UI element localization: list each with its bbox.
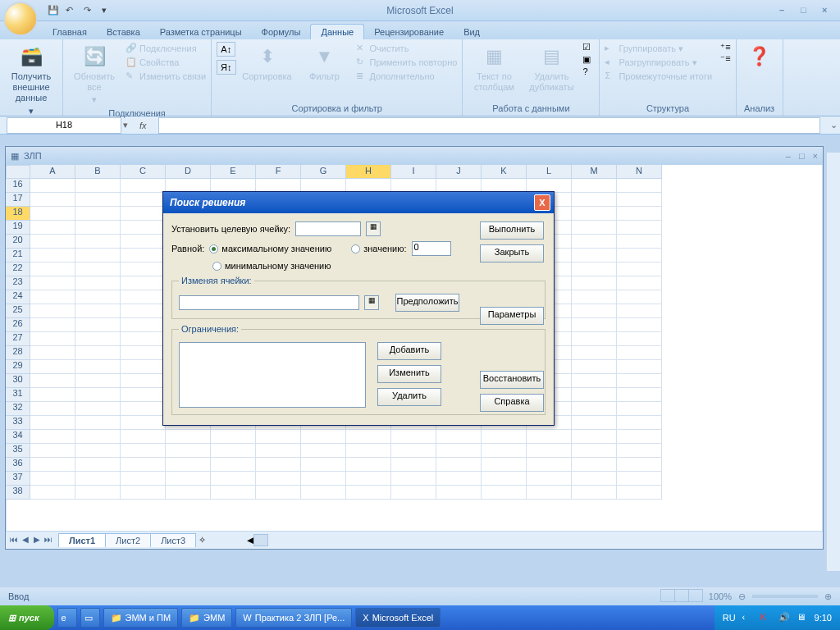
subtotal-button[interactable]: ΣПромежуточные итоги [605,70,712,83]
cell[interactable] [166,458,211,472]
cell[interactable] [256,486,301,500]
help-button[interactable]: Справка [480,394,544,412]
wb-minimize-button[interactable]: – [786,151,791,161]
text-to-columns-button[interactable]: ▦ Текст по столбцам [468,42,520,94]
cell[interactable] [30,444,75,458]
cell[interactable] [75,444,121,458]
cell[interactable] [572,179,617,193]
cell[interactable] [256,444,301,458]
column-header[interactable]: H [346,165,391,179]
cell[interactable] [256,430,301,444]
cell[interactable] [482,486,527,500]
advanced-filter-button[interactable]: ≣Дополнительно [356,70,458,83]
cell[interactable] [617,207,662,221]
cell[interactable] [121,472,166,486]
cell[interactable] [572,276,617,290]
wb-maximize-button[interactable]: □ [799,151,805,161]
solve-button[interactable]: Выполнить [480,221,544,240]
cell[interactable] [30,332,75,346]
row-header[interactable]: 37 [6,472,30,486]
row-header[interactable]: 17 [6,193,30,207]
cell[interactable] [436,458,482,472]
cell[interactable] [166,486,211,500]
namebox-dropdown-icon[interactable]: ▾ [123,120,128,130]
quick-launch-ie[interactable]: e [57,608,77,628]
show-detail-icon[interactable]: ⁺≡ [720,42,730,52]
cell[interactable] [482,444,527,458]
reapply-button[interactable]: ↻Применить повторно [356,56,458,69]
max-radio[interactable]: максимальному значению [209,244,331,253]
remove-duplicates-button[interactable]: ▤ Удалить дубликаты [525,42,578,94]
cell[interactable] [617,276,662,290]
cell[interactable] [572,444,617,458]
cell[interactable] [121,179,166,193]
cell[interactable] [30,402,75,416]
cell[interactable] [617,388,662,402]
cell[interactable] [572,207,617,221]
row-header[interactable]: 21 [6,249,30,262]
cell[interactable] [30,304,75,318]
cell[interactable] [121,249,166,262]
cell[interactable] [211,486,256,500]
filter-button[interactable]: ▼ Фильтр [299,42,351,84]
cell[interactable] [121,402,166,416]
cell[interactable] [75,430,121,444]
tab-insert[interactable]: Вставка [97,25,150,39]
start-button[interactable]: ⊞ пуск [0,605,54,630]
hide-detail-icon[interactable]: ⁻≡ [720,53,730,64]
cell[interactable] [572,430,617,444]
cell[interactable] [30,318,75,332]
cell[interactable] [166,472,211,486]
page-break-view-icon[interactable] [688,589,703,602]
cell[interactable] [617,235,662,249]
value-radio[interactable]: значению: [351,244,406,253]
undo-icon[interactable]: ↶ [66,5,77,16]
cell[interactable] [121,262,166,276]
horizontal-scrollbar[interactable]: ◀ [247,533,823,547]
cell[interactable] [75,472,121,486]
row-header[interactable]: 22 [6,262,30,276]
cell[interactable] [617,304,662,318]
column-header[interactable]: A [30,165,75,179]
column-header[interactable]: G [301,165,346,179]
cell[interactable] [572,332,617,346]
cell[interactable] [572,221,617,235]
sort-button[interactable]: ⬍ Сортировка [241,42,294,84]
cell[interactable] [121,207,166,221]
cell[interactable] [346,430,391,444]
cell[interactable] [75,235,121,249]
sheet-tab-1[interactable]: Лист1 [58,533,106,547]
cell[interactable] [30,276,75,290]
cell[interactable] [346,444,391,458]
target-cell-input[interactable] [295,221,361,236]
column-header[interactable]: B [75,165,121,179]
cell[interactable] [617,472,662,486]
sheet-tab-3[interactable]: Лист3 [150,533,196,547]
select-all-corner[interactable] [6,165,30,179]
cell[interactable] [30,430,75,444]
task-item-1[interactable]: 📁ЭММ и ПМ [103,608,179,628]
tray-expand-icon[interactable]: ‹ [742,612,754,623]
cell[interactable] [572,360,617,374]
cell[interactable] [121,332,166,346]
sort-desc-icon[interactable]: Я↕ [217,60,235,75]
task-item-4[interactable]: XMicrosoft Excel [355,608,441,628]
scroll-left-icon[interactable]: ◀ [247,535,253,546]
row-header[interactable]: 19 [6,221,30,235]
task-item-2[interactable]: 📁ЭММ [181,608,232,628]
cell[interactable] [121,458,166,472]
cell[interactable] [75,318,121,332]
cell[interactable] [121,388,166,402]
tab-view[interactable]: Вид [454,25,490,39]
cell[interactable] [30,221,75,235]
cell[interactable] [30,388,75,402]
cell[interactable] [617,249,662,262]
get-external-data-button[interactable]: 🗃️ Получить внешние данные▾ [5,42,57,118]
cell[interactable] [391,430,436,444]
vertical-scrollbar[interactable] [826,153,840,571]
cell[interactable] [30,360,75,374]
row-header[interactable]: 33 [6,416,30,430]
cell[interactable] [301,430,346,444]
cell[interactable] [572,304,617,318]
cell[interactable] [211,458,256,472]
